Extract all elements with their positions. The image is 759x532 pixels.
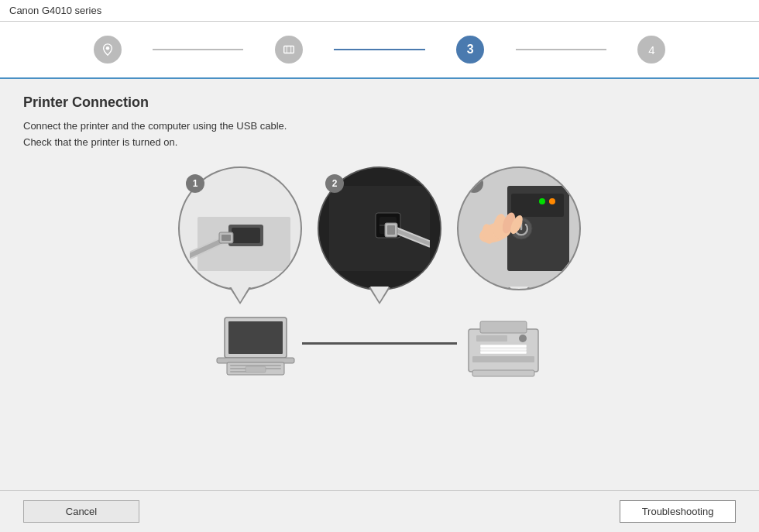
illustration-area: 1 [23,166,736,290]
page-description: Connect the printer and the computer usi… [23,118,736,151]
printer-svg [461,314,546,383]
bubble-group-2: 2 [318,166,441,290]
svg-point-0 [105,46,109,50]
bubble-2-number: 2 [325,174,344,193]
bubble-2: 2 [318,166,441,290]
svg-point-22 [549,198,555,204]
bubble-3-number: 3 [465,174,483,193]
laptop-icon [213,314,298,386]
step-circle-4: 4 [637,36,665,63]
svg-rect-18 [387,225,395,235]
troubleshooting-button[interactable]: Troubleshooting [620,500,736,523]
svg-rect-37 [246,366,266,372]
title-bar: Canon G4010 series [0,0,759,22]
printer-power-icon [469,186,569,271]
step-circle-2 [275,36,303,63]
step-4-number: 4 [648,43,654,57]
bottom-bar: Cancel Troubleshooting [0,490,759,532]
svg-rect-45 [476,335,507,342]
step-1 [62,36,153,63]
step-4: 4 [606,36,697,63]
printer-icon [461,314,546,386]
step-circle-3: 3 [456,36,484,63]
svg-rect-6 [232,228,260,243]
step-2 [243,36,334,63]
svg-rect-43 [480,345,527,348]
step-3-number: 3 [467,43,474,57]
description-line-1: Connect the printer and the computer usi… [23,118,736,135]
cancel-button[interactable]: Cancel [23,500,139,523]
bubble-1-number: 1 [186,174,204,193]
connector-2-3 [334,49,424,50]
usb-computer-icon [190,186,290,271]
svg-rect-20 [511,194,564,217]
step-circle-1 [94,36,122,63]
svg-rect-10 [222,235,231,241]
connector-1-2 [153,49,243,50]
svg-point-44 [519,335,527,342]
main-content: Printer Connection Connect the printer a… [0,79,759,482]
wizard-steps: 3 4 [0,22,759,79]
usb-cable-line [302,342,457,345]
svg-rect-40 [472,356,534,362]
description-line-2: Check that the printer is turned on. [23,135,736,151]
svg-rect-31 [228,321,283,354]
bubble-group-3: 3 [457,166,581,290]
svg-rect-42 [480,348,527,351]
footer-right: Troubleshooting [620,500,736,523]
footer-left: Cancel [23,500,139,523]
page-title: Printer Connection [23,94,736,111]
device-diagram [23,314,736,386]
svg-rect-34 [230,365,281,366]
svg-rect-1 [284,46,294,53]
connector-3-4 [516,49,606,50]
svg-point-21 [539,198,545,204]
bubble-group-1: 1 [178,166,302,290]
laptop-svg [213,314,298,383]
svg-rect-46 [472,370,534,376]
step-3: 3 [425,36,516,63]
bubble-1: 1 [178,166,302,290]
svg-rect-39 [480,321,527,333]
bubble-3: 3 [457,166,581,290]
usb-printer-icon [329,186,430,271]
app-title: Canon G4010 series [9,5,101,16]
svg-rect-41 [480,351,527,354]
